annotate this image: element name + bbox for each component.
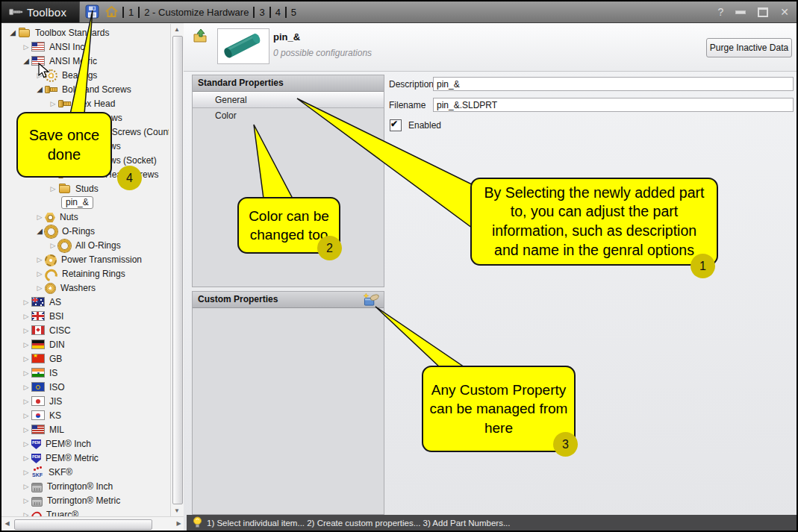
- collapsed-arrow-icon[interactable]: ▷: [21, 426, 31, 434]
- collapsed-arrow-icon[interactable]: ▷: [48, 185, 58, 193]
- tree-item-is[interactable]: ▷IS: [1, 366, 169, 380]
- scroll-right-icon[interactable]: ▶: [173, 517, 184, 531]
- collapsed-arrow-icon[interactable]: ▷: [21, 355, 31, 363]
- tree-item-iso[interactable]: ▷ISO: [1, 380, 169, 394]
- tree-vertical-scrollbar[interactable]: ▲ ▼: [170, 24, 184, 516]
- enabled-checkbox[interactable]: [390, 119, 402, 131]
- collapsed-arrow-icon[interactable]: ▷: [34, 256, 45, 263]
- collapsed-arrow-icon[interactable]: ▷: [34, 284, 45, 292]
- tree-item-as[interactable]: ▷AS: [1, 295, 169, 309]
- tree-item-pin[interactable]: pin_&: [1, 195, 169, 210]
- collapsed-arrow-icon[interactable]: ▷: [21, 497, 31, 504]
- collapsed-arrow-icon[interactable]: ▷: [48, 242, 58, 249]
- callout-1-text: By Selecting the newly added part to, yo…: [478, 184, 711, 260]
- pem-icon: [31, 454, 41, 463]
- tree-item-o-rings[interactable]: ◢O-Rings: [1, 224, 169, 238]
- tree-item-skf[interactable]: ▷SKF®: [1, 465, 169, 479]
- purge-inactive-data-button[interactable]: Purge Inactive Data: [706, 38, 792, 57]
- bearing-icon: [45, 69, 57, 82]
- breadcrumb-separator: [269, 7, 271, 18]
- restore-icon[interactable]: [758, 7, 768, 17]
- up-folder-button[interactable]: [193, 28, 209, 46]
- tree-item-truarc[interactable]: ▷Truarc®: [1, 507, 169, 516]
- tree-item-washers[interactable]: ▷Washers: [1, 281, 169, 295]
- breadcrumb-step[interactable]: 4: [275, 7, 281, 18]
- standard-property-item-color[interactable]: Color: [193, 108, 384, 123]
- tree-item-bearings[interactable]: ▷Bearings: [1, 68, 169, 82]
- tree-item-mil[interactable]: ▷MIL: [1, 422, 169, 436]
- scroll-down-icon[interactable]: ▼: [171, 505, 183, 516]
- titlebar: Toolbox 12 - Customize Hardware345 ? ✕: [1, 1, 797, 23]
- collapsed-arrow-icon[interactable]: ▷: [21, 384, 31, 391]
- tree-item-nuts[interactable]: ▷Nuts: [1, 210, 169, 224]
- collapsed-arrow-icon[interactable]: ▷: [48, 100, 58, 107]
- collapsed-arrow-icon[interactable]: ▷: [21, 511, 31, 517]
- tree-item-power-transmission[interactable]: ▷Power Transmission: [1, 252, 169, 266]
- horizontal-scroll-thumb[interactable]: [14, 519, 152, 530]
- collapsed-arrow-icon[interactable]: ▷: [21, 313, 31, 320]
- add-custom-property-icon[interactable]: [362, 292, 380, 307]
- tree-item-cisc[interactable]: ▷CISC: [1, 323, 169, 337]
- tree-item-bsi[interactable]: ▷BSI: [1, 309, 169, 323]
- tree-item-ansi-metric[interactable]: ◢ANSI Metric: [1, 54, 169, 68]
- gear-icon: [45, 254, 57, 266]
- expanded-arrow-icon[interactable]: ◢: [7, 28, 18, 37]
- tree-item-rename-box[interactable]: pin_&: [61, 196, 93, 209]
- tree-item-label: All O-Rings: [75, 240, 121, 251]
- tree-item-torrington-metric[interactable]: ▷Torrington® Metric: [1, 493, 169, 507]
- breadcrumb-step[interactable]: 5: [291, 7, 296, 18]
- tree-item-studs[interactable]: ▷Studs: [1, 181, 169, 195]
- tree-item-bolts-and-screws[interactable]: ◢Bolts and Screws: [1, 82, 169, 96]
- tree-item-label: ANSI Inch: [49, 42, 90, 52]
- bolt-icon: [58, 98, 71, 109]
- vertical-scroll-thumb[interactable]: [172, 36, 183, 504]
- collapsed-arrow-icon[interactable]: ▷: [21, 412, 31, 419]
- expanded-arrow-icon[interactable]: ◢: [34, 85, 45, 93]
- breadcrumb-step[interactable]: 1: [128, 7, 134, 18]
- tree-item-ks[interactable]: ▷KS: [1, 408, 169, 422]
- tree-item-label: Nuts: [60, 212, 78, 222]
- collapsed-arrow-icon[interactable]: ▷: [21, 43, 31, 51]
- help-icon[interactable]: ?: [717, 7, 723, 17]
- breadcrumb-step[interactable]: 3: [259, 7, 264, 18]
- filename-input[interactable]: [433, 98, 794, 112]
- collapsed-arrow-icon[interactable]: ▷: [21, 469, 31, 476]
- tree-item-hex-head[interactable]: ▷Hex Head: [1, 96, 169, 110]
- tree-item-all-o-rings[interactable]: ▷All O-Rings: [1, 238, 169, 252]
- tree-horizontal-scrollbar[interactable]: ◀ ▶: [1, 516, 184, 531]
- home-button[interactable]: [105, 4, 119, 22]
- tree-item-toolbox-standards[interactable]: ◢Toolbox Standards: [1, 25, 169, 40]
- tree-item-torrington-inch[interactable]: ▷Torrington® Inch: [1, 479, 169, 493]
- close-icon[interactable]: ✕: [780, 7, 789, 17]
- collapsed-arrow-icon[interactable]: ▷: [21, 298, 31, 306]
- collapsed-arrow-icon[interactable]: ▷: [34, 270, 45, 278]
- expanded-arrow-icon[interactable]: ◢: [21, 57, 31, 65]
- tree-item-label: Truarc®: [46, 510, 78, 517]
- tree-item-din[interactable]: ▷DIN: [1, 337, 169, 351]
- collapsed-arrow-icon[interactable]: ▷: [21, 341, 31, 348]
- save-button[interactable]: [85, 4, 99, 22]
- breadcrumb-step[interactable]: 2 - Customize Hardware: [144, 7, 249, 18]
- collapsed-arrow-icon[interactable]: ▷: [21, 327, 31, 334]
- app-logo: Toolbox: [1, 1, 80, 22]
- collapsed-arrow-icon[interactable]: ▷: [21, 369, 31, 377]
- tree-item-pem-metric[interactable]: ▷PEM® Metric: [1, 451, 169, 465]
- tree-item-jis[interactable]: ▷JIS: [1, 394, 169, 408]
- standard-property-item-general[interactable]: General: [193, 92, 384, 108]
- collapsed-arrow-icon[interactable]: ▷: [21, 398, 31, 405]
- expanded-arrow-icon[interactable]: ◢: [34, 227, 45, 235]
- minimize-icon[interactable]: [735, 10, 746, 14]
- scroll-up-icon[interactable]: ▲: [171, 24, 183, 35]
- tree-item-label: IS: [49, 368, 57, 378]
- tree-item-retaining-rings[interactable]: ▷Retaining Rings: [1, 266, 169, 281]
- scroll-left-icon[interactable]: ◀: [1, 517, 13, 531]
- tree-item-pem-inch[interactable]: ▷PEM® Inch: [1, 436, 169, 451]
- collapsed-arrow-icon[interactable]: ▷: [21, 440, 31, 448]
- collapsed-arrow-icon[interactable]: ▷: [21, 454, 31, 462]
- tree-item-ansi-inch[interactable]: ▷ANSI Inch: [1, 40, 169, 54]
- tree-item-gb[interactable]: ▷GB: [1, 351, 169, 366]
- collapsed-arrow-icon[interactable]: ▷: [34, 72, 45, 79]
- description-input[interactable]: [433, 77, 794, 91]
- collapsed-arrow-icon[interactable]: ▷: [21, 483, 31, 490]
- collapsed-arrow-icon[interactable]: ▷: [34, 213, 45, 221]
